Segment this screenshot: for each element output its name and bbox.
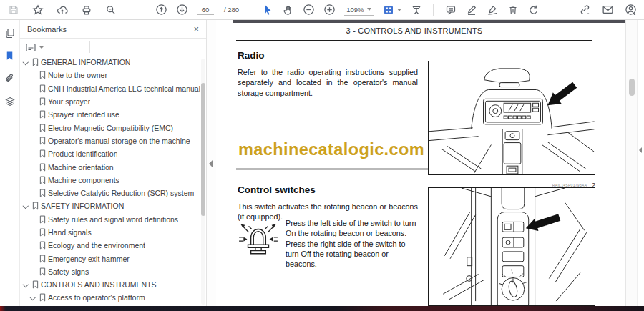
close-icon[interactable]: × xyxy=(193,24,199,34)
bookmark-item[interactable]: Machine components xyxy=(20,174,200,187)
bookmark-item-label: Sprayer intended use xyxy=(48,110,119,119)
star-icon[interactable] xyxy=(31,4,44,16)
bookmark-item[interactable]: Access to operator's platform xyxy=(20,291,200,304)
chevron-down-icon[interactable] xyxy=(22,202,29,209)
bookmarks-scrollbar[interactable] xyxy=(201,59,205,305)
bookmark-ribbon-icon xyxy=(39,137,46,145)
page-up-icon[interactable] xyxy=(155,4,167,16)
share-icon[interactable] xyxy=(579,4,591,16)
pages-icon[interactable] xyxy=(3,26,17,40)
bookmark-item[interactable]: Machine orientation xyxy=(20,160,200,173)
trash-icon[interactable] xyxy=(507,4,519,16)
page-number-input[interactable] xyxy=(197,4,214,15)
beacon-instruction-row: Press the left side of the switch to tur… xyxy=(238,218,421,269)
bookmark-item-label: Access to operator's platform xyxy=(48,293,145,302)
bookmark-item[interactable]: Safety signs xyxy=(20,265,200,278)
zoom-out-icon[interactable] xyxy=(303,4,315,16)
collapse-panel-icon[interactable] xyxy=(209,160,213,167)
bookmark-ribbon-icon xyxy=(39,189,46,197)
page-view-icon[interactable] xyxy=(382,4,394,16)
bookmark-item[interactable]: Ecology and the environment xyxy=(20,239,200,252)
document-scrollbar[interactable] xyxy=(625,20,637,306)
page-total-label: / 280 xyxy=(224,6,239,14)
collapse-right-panel-icon[interactable] xyxy=(639,147,642,153)
bookmark-ribbon-icon xyxy=(32,58,39,66)
bookmark-ribbon-icon xyxy=(39,149,46,158)
bookmark-options-icon[interactable] xyxy=(26,43,44,52)
pdf-viewer-window: / 280 109% xyxy=(0,0,644,311)
paperclip-icon[interactable] xyxy=(3,71,17,86)
toolbar-divider xyxy=(89,41,90,53)
bookmark-item-label: Machine orientation xyxy=(48,163,114,172)
bookmark-item-label: GENERAL INFORMATION xyxy=(41,58,130,66)
bookmark-item[interactable]: Hand signals xyxy=(20,226,200,239)
pointer-icon[interactable] xyxy=(261,4,273,16)
bookmark-ribbon-icon xyxy=(39,124,46,132)
bookmark-item-label: Safety signs xyxy=(48,267,89,276)
bookmark-item[interactable]: CONTROLS AND INSTRUMENTS xyxy=(20,278,200,291)
bookmarks-tree: GENERAL INFORMATION Note to the owner xyxy=(20,56,200,305)
bookmark-item[interactable]: Safety rules and signal word definitions xyxy=(20,213,200,226)
bookmark-item[interactable]: Electro-Magnetic Compatibility (EMC) xyxy=(20,121,200,134)
toolbar-file-group xyxy=(7,4,117,16)
chevron-down-icon[interactable] xyxy=(22,281,29,288)
bookmark-item[interactable]: Your sprayer xyxy=(20,95,200,108)
rotating-beacon-icon xyxy=(238,218,279,269)
bookmark-icon[interactable] xyxy=(3,49,17,63)
header-rule xyxy=(236,40,592,41)
upload-icon[interactable] xyxy=(56,4,68,16)
toolbar-divider xyxy=(250,4,250,16)
toolbar-nav-group: / 280 109% xyxy=(155,4,540,16)
chevron-down-icon[interactable] xyxy=(29,294,36,301)
chevron-down-icon[interactable] xyxy=(397,9,401,11)
bookmark-item[interactable]: Product identification xyxy=(20,147,200,160)
bookmark-item[interactable]: GENERAL INFORMATION xyxy=(20,56,200,69)
bookmark-item[interactable]: Operator's manual storage on the machine xyxy=(20,134,200,147)
search-icon[interactable] xyxy=(104,4,117,16)
comment-icon[interactable] xyxy=(444,4,457,16)
figure-code: RAIL14SP01793AA xyxy=(552,183,587,187)
bookmark-item-label: Emergency exit hammer xyxy=(48,255,130,263)
beacon-instructions: Press the left side of the switch to tur… xyxy=(286,218,421,269)
pencil-icon[interactable] xyxy=(465,4,477,16)
layers-icon[interactable] xyxy=(3,94,17,109)
bookmark-ribbon-icon xyxy=(39,71,46,79)
zoom-level-dropdown[interactable]: 109% xyxy=(344,4,374,16)
zoom-level-value: 109% xyxy=(346,6,364,14)
bookmark-ribbon-icon xyxy=(39,241,46,250)
hand-icon[interactable] xyxy=(282,4,294,16)
bookmark-item-label: Note to the owner xyxy=(48,71,107,79)
zoom-in-icon[interactable] xyxy=(323,4,336,16)
chevron-down-icon xyxy=(367,8,371,11)
bookmark-ribbon-icon xyxy=(39,97,46,106)
bookmark-item-label: CNH Industrial America LLC technical man… xyxy=(48,84,200,93)
panel-gutter xyxy=(207,20,216,306)
bookmark-item-label: SAFETY INFORMATION xyxy=(41,202,124,210)
toolbar-divider xyxy=(433,4,434,16)
scrollbar-thumb[interactable] xyxy=(201,83,205,216)
account-icon[interactable] xyxy=(625,4,637,16)
print-icon[interactable] xyxy=(80,4,92,16)
email-icon[interactable] xyxy=(602,4,614,16)
page-down-icon[interactable] xyxy=(176,4,188,16)
typewriter-icon[interactable] xyxy=(410,4,422,16)
right-panel-strip xyxy=(637,20,644,306)
save-icon[interactable] xyxy=(7,4,19,16)
chevron-down-icon[interactable] xyxy=(22,59,29,66)
bookmark-item[interactable]: Note to the owner xyxy=(20,69,200,82)
bookmark-ribbon-icon xyxy=(39,84,46,93)
signature-icon[interactable] xyxy=(486,4,498,16)
scrollbar-thumb[interactable] xyxy=(629,79,635,96)
bookmark-item[interactable]: Sprayer intended use xyxy=(20,108,200,121)
rotate-icon[interactable] xyxy=(527,4,540,16)
bookmark-item[interactable]: SAFETY INFORMATION xyxy=(20,199,200,212)
bookmark-item-label: Product identification xyxy=(48,149,117,158)
bookmark-item-label: Electro-Magnetic Compatibility (EMC) xyxy=(48,124,173,132)
bookmark-item[interactable]: Selective Catalytic Reduction (SCR) syst… xyxy=(20,187,200,199)
bookmark-ribbon-icon xyxy=(32,280,39,289)
bookmark-item[interactable]: Emergency exit hammer xyxy=(20,252,200,265)
bookmark-ribbon-icon xyxy=(39,176,46,184)
bookmark-ribbon-icon xyxy=(39,228,46,237)
bookmark-item-label: Ecology and the environment xyxy=(48,241,145,250)
bookmark-item[interactable]: CNH Industrial America LLC technical man… xyxy=(20,82,200,95)
